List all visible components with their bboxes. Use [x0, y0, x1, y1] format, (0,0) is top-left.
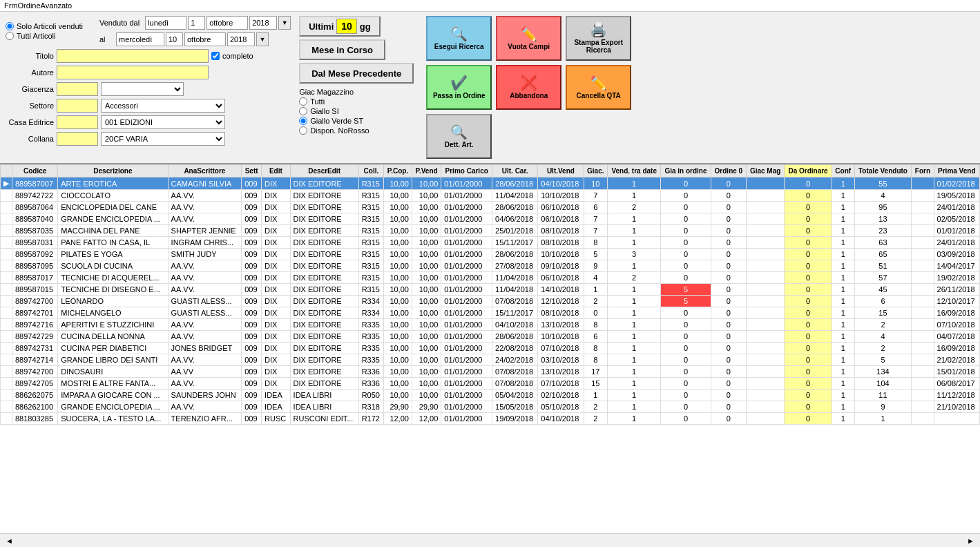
table-row[interactable]: 889587095SCUOLA DI CUCINAAA.VV.009DIXDIX…: [1, 260, 980, 272]
tot-vend-cell: 4: [854, 190, 912, 202]
collana-input[interactable]: [57, 132, 98, 146]
tot-vend-cell: 51: [854, 260, 912, 272]
table-row[interactable]: 889742716APERITIVI E STUZZICHINIAA.VV.00…: [1, 319, 980, 331]
giacenza-label: Giacenza: [6, 85, 54, 93]
edit-cell: IDEA: [262, 401, 291, 413]
radio-giallo-si-input[interactable]: [299, 107, 307, 115]
prima-vend-cell: 06/08/2017: [934, 378, 979, 390]
scroll-left[interactable]: ◄: [6, 537, 13, 545]
coll-cell: R172: [358, 413, 384, 425]
btn-passa-ordine[interactable]: ✔️ Passa in Ordine: [426, 65, 492, 110]
date-from-weekday[interactable]: [145, 16, 186, 30]
date-from-year[interactable]: [249, 16, 277, 30]
sett-cell: 009: [242, 249, 262, 260]
radio-tutti-articoli[interactable]: Tutti Articoli: [6, 32, 83, 40]
pvend-cell: 10,00: [412, 378, 441, 390]
radio-solo-articoli[interactable]: Solo Articoli venduti: [6, 22, 83, 30]
table-row[interactable]: 889742729CUCINA DELLA NONNAAA.VV.009DIXD…: [1, 331, 980, 343]
date-to-year[interactable]: [227, 32, 255, 46]
table-row[interactable]: 886262100GRANDE ENCICLOPEDIA ...AA.VV.00…: [1, 401, 980, 413]
table-row[interactable]: 881803285SUOCERA, LA - TESTO LA...TERENZ…: [1, 413, 980, 425]
table-row[interactable]: 889587064ENCICLOPEDIA DEL CANEAA.VV.009D…: [1, 202, 980, 213]
titolo-input[interactable]: [57, 49, 209, 63]
btn-cancella-qta[interactable]: ✏️ Cancella QTA: [566, 65, 631, 110]
table-row[interactable]: 889587092PILATES E YOGASMITH JUDY009DIXD…: [1, 249, 980, 260]
descr-edit-cell: DIX EDITORE: [290, 284, 358, 296]
ult-car-cell: 28/06/2018: [492, 177, 538, 190]
pcop-cell: 10,00: [384, 272, 412, 284]
radio-tutti-input[interactable]: [6, 32, 14, 40]
table-row[interactable]: 889587035MACCHINA DEL PANESHAPTER JENNIE…: [1, 225, 980, 237]
arrow-cell: [1, 284, 12, 296]
dal-mese-label: Dal Mese Precedente: [311, 68, 401, 79]
date-to-day[interactable]: [166, 32, 183, 46]
descr-edit-cell: DIX EDITORE: [290, 296, 358, 307]
date-from-day[interactable]: [188, 16, 205, 30]
ordine0-cell: 0: [711, 331, 746, 343]
radio-tutti-giac[interactable]: [299, 97, 307, 106]
date-to-month[interactable]: [184, 32, 226, 46]
table-row[interactable]: 889587017TECNICHE DI ACQUEREL...AA.VV.00…: [1, 272, 980, 284]
edit-cell: DIX: [262, 260, 291, 272]
table-row[interactable]: 889587015TECNICHE DI DISEGNO E...AA.VV.0…: [1, 284, 980, 296]
btn-dal-mese[interactable]: Dal Mese Precedente: [299, 63, 414, 84]
table-row[interactable]: 889587040GRANDE ENCICLOPEDIA ...AA.VV.00…: [1, 213, 980, 225]
sett-cell: 009: [242, 307, 262, 319]
settore-input[interactable]: [57, 99, 98, 113]
table-row[interactable]: 889742700LEONARDOGUASTI ALESS...009DIXDI…: [1, 296, 980, 307]
radio-dispon[interactable]: Dispon. NoRosso: [299, 126, 414, 135]
gia-ord-cell: 0: [661, 319, 711, 331]
giac-mag-cell: [747, 260, 785, 272]
btn-stampa[interactable]: 🖨️ Stampa Export Ricerca: [566, 16, 631, 61]
date-from-month[interactable]: [206, 16, 248, 30]
casa-editrice-input[interactable]: [57, 115, 98, 129]
radio-giallo-verde[interactable]: Giallo Verde ST: [299, 117, 414, 125]
ult-vend-cell: 08/10/2018: [538, 225, 584, 237]
radio-giallo-si[interactable]: Giallo SI: [299, 107, 414, 115]
casa-editrice-select[interactable]: 001 EDIZIONI: [101, 115, 225, 129]
ult-car-cell: 22/08/2018: [492, 343, 538, 354]
table-row[interactable]: 889742700DINOSAURIAA.VV009DIXDIX EDITORE…: [1, 366, 980, 378]
date-to-group: ▼: [116, 32, 269, 46]
btn-esegui-ricerca[interactable]: 🔍 Esegui Ricerca: [426, 16, 492, 61]
radio-tutti[interactable]: Tutti: [299, 97, 414, 106]
sett-cell: 009: [242, 213, 262, 225]
pcop-cell: 10,00: [384, 284, 412, 296]
scrittore-cell: AA.VV.: [168, 213, 242, 225]
passa-icon: ✔️: [450, 76, 468, 90]
table-row[interactable]: ▶889587007ARTE EROTICACAMAGNI SILVIA009D…: [1, 177, 980, 190]
table-row[interactable]: 889742714GRANDE LIBRO DEI SANTIAA.VV.009…: [1, 354, 980, 366]
btn-dett-art[interactable]: 🔍 Dett. Art.: [426, 114, 492, 159]
btn-abbandona[interactable]: ❌ Abbandona: [496, 65, 561, 110]
table-row[interactable]: 889742722CIOCCOLATOAA.VV.009DIXDIX EDITO…: [1, 190, 980, 202]
table-row[interactable]: 889742701MICHELANGELOGUASTI ALESS...009D…: [1, 307, 980, 319]
scroll-right[interactable]: ►: [967, 537, 974, 545]
radio-dispon-input[interactable]: [299, 126, 307, 135]
radio-solo-input[interactable]: [6, 22, 14, 30]
giacenza-select[interactable]: [101, 82, 184, 96]
completo-checkbox[interactable]: [211, 52, 220, 60]
collana-select[interactable]: 20CF VARIA: [101, 132, 225, 146]
coll-cell: R335: [358, 331, 384, 343]
giacenza-input[interactable]: [57, 82, 98, 96]
table-container[interactable]: Codice Descrizione AnaScrittore Sett Edi…: [0, 164, 980, 533]
radio-giallo-verde-input[interactable]: [299, 117, 307, 125]
date-to-weekday[interactable]: [116, 32, 164, 46]
date-to-dropdown[interactable]: ▼: [256, 32, 269, 46]
btn-mese[interactable]: Mese in Corso: [299, 39, 385, 60]
table-row[interactable]: 889742705MOSTRI E ALTRE FANTA...AA.VV.00…: [1, 378, 980, 390]
autore-input[interactable]: [57, 66, 209, 79]
btn-vuota-campi[interactable]: ✏️ Vuota Campi: [496, 16, 561, 61]
descrizione-cell: PILATES E YOGA: [58, 249, 168, 260]
conf-cell: 1: [832, 237, 854, 249]
table-row[interactable]: 889742731CUCINA PER DIABETICIJONES BRIDG…: [1, 343, 980, 354]
abbandona-label: Abbandona: [510, 92, 548, 99]
table-row[interactable]: 889587031PANE FATTO IN CASA, ILINGRAM CH…: [1, 237, 980, 249]
btn-ultimi[interactable]: Ultimi 10 gg: [299, 16, 381, 37]
settore-select[interactable]: Accessori: [101, 99, 225, 113]
descrizione-cell: GRANDE LIBRO DEI SANTI: [58, 354, 168, 366]
table-row[interactable]: 886262075IMPARA A GIOCARE CON ...SAUNDER…: [1, 390, 980, 401]
forn-cell: [912, 331, 934, 343]
date-from-dropdown[interactable]: ▼: [278, 16, 291, 30]
primo-carico-cell: 01/01/2000: [441, 272, 492, 284]
